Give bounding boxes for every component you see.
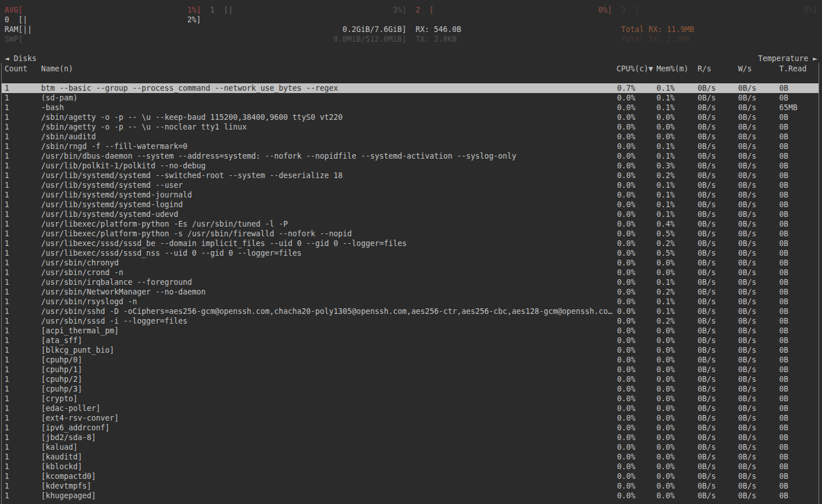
process-row[interactable]: 1/usr/sbin/NetworkManager --no-daemon0.0… xyxy=(2,287,819,297)
process-row[interactable]: 1[kdevtmpfs]0.0%0.0%0B/s0B/s0B xyxy=(2,481,819,491)
column-header-mem[interactable]: Mem%(m) xyxy=(656,64,688,74)
process-row[interactable]: 1-bash0.0%0.1%0B/s0B/s65MB xyxy=(2,103,819,112)
column-header-total-read[interactable]: T.Read xyxy=(779,64,807,74)
process-row[interactable]: 1/sbin/agetty -o -p -- \u --noclear tty1… xyxy=(2,122,819,132)
process-row[interactable]: 1[cpuhp/2]0.0%0.0%0B/s0B/s0B xyxy=(2,374,819,384)
cell-w: 0B/s xyxy=(738,471,756,481)
process-row[interactable]: 1[ipv6_addrconf]0.0%0.0%0B/s0B/s0B xyxy=(2,423,819,433)
cell-name: /sbin/agetty -o -p -- \u --noclear tty1 … xyxy=(41,122,247,132)
cell-r: 0B/s xyxy=(698,268,716,277)
process-row[interactable]: 1/usr/lib/systemd/systemd-journald0.0%0.… xyxy=(2,190,819,200)
process-row[interactable]: 1/sbin/auditd0.0%0.0%0B/s0B/s0B xyxy=(2,132,819,142)
cell-name: [kblockd] xyxy=(41,462,82,471)
process-row[interactable]: 1/usr/libexec/platform-python -Es /usr/s… xyxy=(2,219,819,229)
process-row[interactable]: 1/usr/libexec/platform-python -s /usr/sb… xyxy=(2,229,819,239)
cell-cpu: 0.0% xyxy=(617,103,635,112)
process-row[interactable]: 1[kauditd]0.0%0.0%0B/s0B/s0B xyxy=(2,452,819,462)
process-row[interactable]: 1[cpuhp/3]0.0%0.0%0B/s0B/s0B xyxy=(2,384,819,394)
cell-r: 0B/s xyxy=(698,326,716,336)
process-row[interactable]: 1[crypto]0.0%0.0%0B/s0B/s0B xyxy=(2,394,819,404)
column-header-writes[interactable]: W/s xyxy=(738,64,752,74)
process-row[interactable]: 1/usr/lib/systemd/systemd --user0.0%0.1%… xyxy=(2,180,819,190)
process-row[interactable]: 1[kaluad]0.0%0.0%0B/s0B/s0B xyxy=(2,442,819,452)
column-header-cpu-sort-desc[interactable]: CPU%(c)▼ xyxy=(616,64,653,74)
process-row[interactable]: 1/sbin/agetty -o -p -- \u --keep-baud 11… xyxy=(2,112,819,122)
cell-w: 0B/s xyxy=(738,326,756,336)
process-row[interactable]: 1/sbin/rngd -f --fill-watermark=00.0%0.1… xyxy=(2,142,819,151)
cell-r: 0B/s xyxy=(698,287,716,297)
cell-count: 1 xyxy=(5,142,9,151)
column-header-name[interactable]: Name(n) xyxy=(41,64,73,74)
process-row[interactable]: 1[khugepaged]0.0%0.0%0B/s0B/s0B xyxy=(2,491,819,501)
process-row[interactable]: 1/usr/sbin/rsyslogd -n0.0%0.1%0B/s0B/s0B xyxy=(2,297,819,307)
process-row[interactable]: 1[cpuhp/1]0.0%0.0%0B/s0B/s0B xyxy=(2,365,819,374)
process-row-selected[interactable]: 1btm --basic --group --process_command -… xyxy=(2,83,819,93)
process-row[interactable]: 1/usr/sbin/irqbalance --foreground0.0%0.… xyxy=(2,277,819,287)
process-row[interactable]: 1/usr/sbin/crond -n0.0%0.0%0B/s0B/s0B xyxy=(2,268,819,277)
cell-r: 0B/s xyxy=(698,423,716,433)
cell-tread: 0B xyxy=(779,83,788,93)
process-row[interactable]: 1[blkcg_punt_bio]0.0%0.0%0B/s0B/s0B xyxy=(2,345,819,355)
cell-w: 0B/s xyxy=(738,219,756,229)
cell-name: /usr/libexec/platform-python -Es /usr/sb… xyxy=(41,219,288,229)
cell-r: 0B/s xyxy=(698,122,716,132)
cell-w: 0B/s xyxy=(738,413,756,423)
column-header-reads[interactable]: R/s xyxy=(698,64,711,74)
cell-count: 1 xyxy=(5,277,9,287)
cell-w: 0B/s xyxy=(738,112,756,122)
cell-r: 0B/s xyxy=(698,336,716,345)
process-row[interactable]: 1/usr/libexec/sssd/sssd_nss --uid 0 --gi… xyxy=(2,248,819,258)
process-row[interactable]: 1/usr/lib/systemd/systemd-udevd0.0%0.1%0… xyxy=(2,209,819,219)
cell-tread: 0B xyxy=(779,365,788,374)
cell-count: 1 xyxy=(5,93,9,103)
cell-w: 0B/s xyxy=(738,365,756,374)
cell-w: 0B/s xyxy=(738,132,756,142)
cell-w: 0B/s xyxy=(738,239,756,248)
process-row[interactable]: 1[edac-poller]0.0%0.0%0B/s0B/s0B xyxy=(2,404,819,413)
cell-name: [crypto] xyxy=(41,394,78,404)
cell-cpu: 0.0% xyxy=(617,442,635,452)
cell-cpu: 0.0% xyxy=(617,132,635,142)
temperature-nav-arrow[interactable]: Temperature ► xyxy=(758,54,817,63)
process-row[interactable]: 1/usr/bin/dbus-daemon --system --address… xyxy=(2,151,819,161)
cell-cpu: 0.0% xyxy=(617,229,635,239)
process-row[interactable]: 1/usr/libexec/sssd/sssd_be --domain impl… xyxy=(2,239,819,248)
cell-mem: 0.0% xyxy=(656,442,675,452)
cell-mem: 0.0% xyxy=(656,462,675,471)
cell-cpu: 0.0% xyxy=(617,471,635,481)
cell-name: /usr/sbin/NetworkManager --no-daemon xyxy=(41,287,206,297)
process-row[interactable]: 1[jbd2/sda-8]0.0%0.0%0B/s0B/s0B xyxy=(2,433,819,442)
process-row[interactable]: 1[ata_sff]0.0%0.0%0B/s0B/s0B xyxy=(2,336,819,345)
process-row[interactable]: 1[ext4-rsv-conver]0.0%0.0%0B/s0B/s0B xyxy=(2,413,819,423)
cell-tread: 65MB xyxy=(779,103,797,112)
process-row[interactable]: 1/usr/lib/polkit-1/polkitd --no-debug0.0… xyxy=(2,161,819,171)
cell-w: 0B/s xyxy=(738,229,756,239)
cell-name: /sbin/agetty -o -p -- \u --keep-baud 115… xyxy=(41,112,342,122)
process-row[interactable]: 1[acpi_thermal_pm]0.0%0.0%0B/s0B/s0B xyxy=(2,326,819,336)
process-row[interactable]: 1/usr/lib/systemd/systemd --switched-roo… xyxy=(2,171,819,180)
process-row[interactable]: 1/usr/sbin/chronyd0.0%0.0%0B/s0B/s0B xyxy=(2,258,819,268)
column-header-count[interactable]: Count xyxy=(5,64,27,74)
process-row[interactable]: 1[kcompactd0]0.0%0.0%0B/s0B/s0B xyxy=(2,471,819,481)
cell-cpu: 0.0% xyxy=(617,93,635,103)
process-row[interactable]: 1/usr/sbin/sssd -i --logger=files0.0%0.2… xyxy=(2,316,819,326)
process-rows: 1btm --basic --group --process_command -… xyxy=(2,83,819,501)
disks-nav-arrow[interactable]: ◄ Disks xyxy=(5,54,37,63)
swap-meter-label: SWP[ xyxy=(5,34,23,44)
cell-cpu: 0.0% xyxy=(617,151,635,161)
cell-mem: 0.0% xyxy=(656,326,675,336)
cell-w: 0B/s xyxy=(738,481,756,491)
cell-name: -bash xyxy=(41,103,64,112)
cell-tread: 0B xyxy=(779,404,788,413)
process-row[interactable]: 1[cpuhp/0]0.0%0.0%0B/s0B/s0B xyxy=(2,355,819,365)
process-row[interactable]: 1/usr/sbin/sshd -D -oCiphers=aes256-gcm@… xyxy=(2,307,819,316)
process-row[interactable]: 1[kblockd]0.0%0.0%0B/s0B/s0B xyxy=(2,462,819,471)
process-row[interactable]: 1(sd-pam)0.0%0.1%0B/s0B/s0B xyxy=(2,93,819,103)
cell-cpu: 0.0% xyxy=(617,384,635,394)
cpu2-meter-label: 2 [ xyxy=(416,5,434,15)
cell-count: 1 xyxy=(5,316,9,326)
process-row[interactable]: 1/usr/lib/systemd/systemd-logind0.0%0.1%… xyxy=(2,200,819,209)
cell-mem: 0.2% xyxy=(656,239,675,248)
cell-name: /usr/lib/systemd/systemd --user xyxy=(41,180,183,190)
cell-cpu: 0.0% xyxy=(617,394,635,404)
